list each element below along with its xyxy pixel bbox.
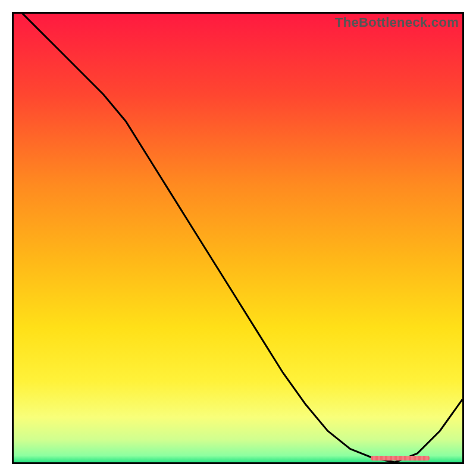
chart-frame: TheBottleneck.com — [12, 12, 464, 464]
gradient-background — [14, 14, 462, 462]
chart-plot — [14, 14, 462, 462]
